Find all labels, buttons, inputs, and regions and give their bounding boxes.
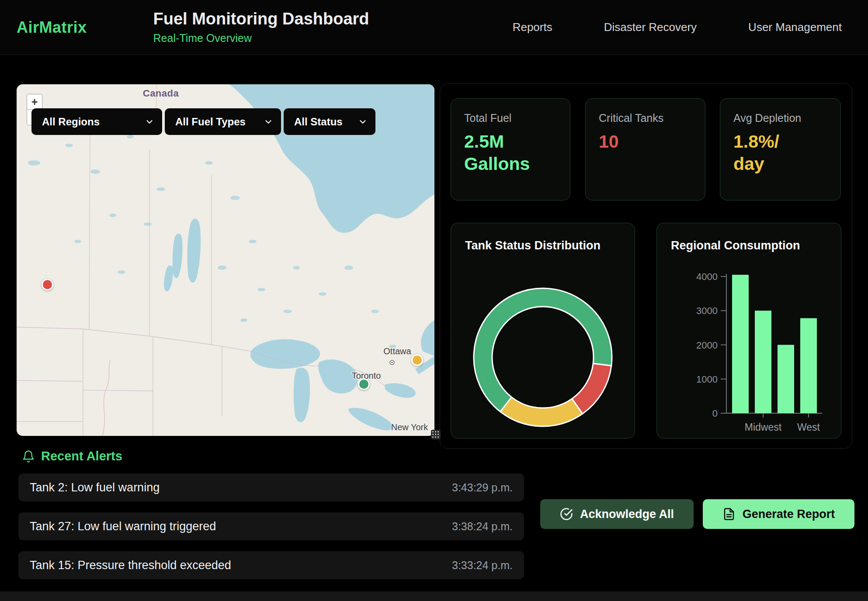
filter-regions-select[interactable]: All Regions xyxy=(31,108,162,135)
svg-text:2000: 2000 xyxy=(696,340,718,351)
page-subtitle: Real-Time Overview xyxy=(153,32,369,45)
alert-row[interactable]: Tank 27: Low fuel warning triggered 3:38… xyxy=(18,512,524,540)
svg-text:West: West xyxy=(797,421,820,433)
filter-fuel-types-select[interactable]: All Fuel Types xyxy=(165,108,281,135)
map-label-ottawa: Ottawa xyxy=(383,346,411,356)
filter-status-select[interactable]: All Status xyxy=(284,108,375,135)
brand-logo: AirMatrix xyxy=(17,18,87,37)
alert-message: Tank 2: Low fuel warning xyxy=(30,481,160,494)
stat-label: Total Fuel xyxy=(464,112,557,124)
nav-item-reports[interactable]: Reports xyxy=(513,21,552,34)
stat-card-avg-depletion: Avg Depletion 1.8%/ day xyxy=(720,98,841,200)
map-label-new-york: New York xyxy=(391,422,428,432)
tank-status-donut-chart xyxy=(451,223,635,439)
map-label-canada: Canada xyxy=(143,88,179,99)
check-circle-icon xyxy=(560,508,573,521)
alert-row[interactable]: Tank 2: Low fuel warning 3:43:29 p.m. xyxy=(18,473,524,501)
map-resize-handle-icon[interactable] xyxy=(431,430,441,439)
filter-status-value: All Status xyxy=(294,116,343,128)
stat-label: Avg Depletion xyxy=(733,112,827,124)
zoom-in-button[interactable]: + xyxy=(27,94,42,110)
dashboard-root: AirMatrix Fuel Monitoring Dashboard Real… xyxy=(0,0,868,601)
recent-alerts-title: Recent Alerts xyxy=(41,449,122,463)
chevron-down-icon xyxy=(145,117,154,127)
svg-text:1000: 1000 xyxy=(696,374,718,385)
alert-row[interactable]: Tank 15: Pressure threshold exceeded 3:3… xyxy=(18,551,524,579)
recent-alerts-header: Recent Alerts xyxy=(22,449,122,463)
svg-text:Midwest: Midwest xyxy=(745,421,782,433)
tank-marker-warning[interactable] xyxy=(411,354,423,366)
bell-icon xyxy=(22,450,35,463)
acknowledge-all-label: Acknowledge All xyxy=(580,508,674,521)
stat-value: 2.5M Gallons xyxy=(464,131,557,176)
document-icon xyxy=(722,508,736,521)
stat-card-total-fuel: Total Fuel 2.5M Gallons xyxy=(451,98,570,200)
filter-regions-value: All Regions xyxy=(42,116,100,128)
svg-text:4000: 4000 xyxy=(696,271,718,282)
generate-report-button[interactable]: Generate Report xyxy=(703,499,854,529)
generate-report-label: Generate Report xyxy=(743,508,835,521)
tank-marker-critical[interactable] xyxy=(42,279,53,290)
main-nav: Reports Disaster Recovery User Managemen… xyxy=(513,21,842,34)
alert-message: Tank 27: Low fuel warning triggered xyxy=(30,520,216,533)
map-filter-bar: All Regions All Fuel Types All Status xyxy=(31,108,375,135)
map-canvas[interactable]: Canada Ottawa Toronto New York xyxy=(17,84,434,436)
footer-strip xyxy=(0,591,868,601)
city-symbol-icon xyxy=(390,360,394,365)
nav-item-user-management[interactable]: User Management xyxy=(748,21,842,34)
stat-label: Critical Tanks xyxy=(599,112,692,124)
regional-consumption-bar-chart: 01000200030004000MidwestWest xyxy=(657,223,842,439)
alert-timestamp: 3:33:24 p.m. xyxy=(452,559,513,572)
alert-timestamp: 3:43:29 p.m. xyxy=(452,481,513,494)
page-title: Fuel Monitoring Dashboard xyxy=(153,10,369,28)
nav-item-disaster-recovery[interactable]: Disaster Recovery xyxy=(604,21,697,34)
stat-value: 1.8%/ day xyxy=(733,131,827,176)
chevron-down-icon xyxy=(264,117,273,127)
acknowledge-all-button[interactable]: Acknowledge All xyxy=(540,499,694,529)
title-block: Fuel Monitoring Dashboard Real-Time Over… xyxy=(153,10,369,45)
map-panel[interactable]: Canada Ottawa Toronto New York + − All R… xyxy=(17,84,434,436)
alert-message: Tank 15: Pressure threshold exceeded xyxy=(30,559,231,572)
svg-text:3000: 3000 xyxy=(696,305,718,316)
app-header: AirMatrix Fuel Monitoring Dashboard Real… xyxy=(0,0,868,55)
tank-status-chart-card: Tank Status Distribution xyxy=(451,223,635,439)
tank-marker-normal[interactable] xyxy=(358,378,370,390)
alert-timestamp: 3:38:24 p.m. xyxy=(452,520,513,533)
svg-text:0: 0 xyxy=(712,408,718,419)
chevron-down-icon xyxy=(358,117,368,127)
stat-value: 10 xyxy=(599,131,692,153)
stat-card-critical-tanks: Critical Tanks 10 xyxy=(585,98,705,200)
filter-fuel-types-value: All Fuel Types xyxy=(175,116,246,128)
regional-consumption-chart-card: Regional Consumption 01000200030004000Mi… xyxy=(656,223,841,439)
